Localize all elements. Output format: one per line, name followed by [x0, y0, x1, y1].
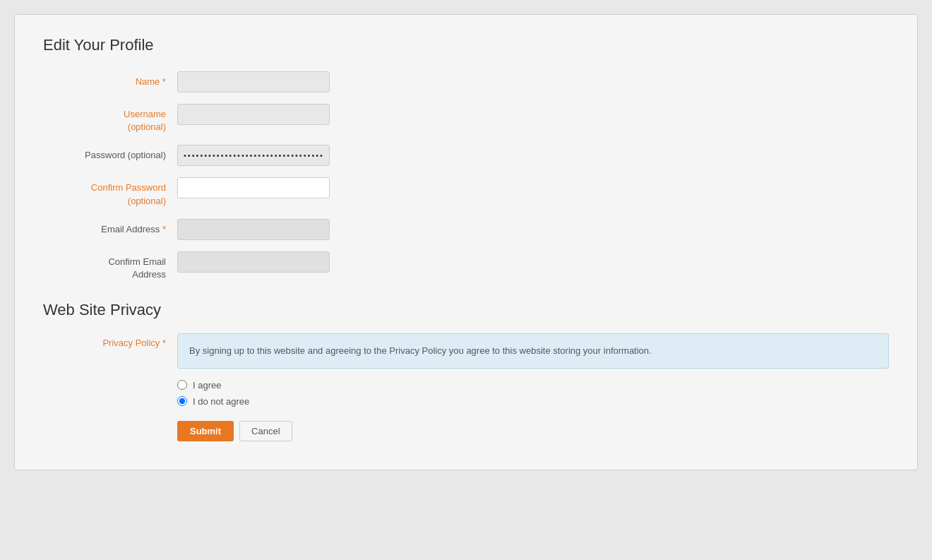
name-row: Name * — [43, 71, 889, 93]
confirm-email-label: Confirm Email Address — [43, 251, 177, 281]
name-input[interactable] — [177, 71, 330, 93]
confirm-email-input[interactable] — [177, 251, 330, 273]
email-row: Email Address * — [43, 219, 889, 240]
name-label: Name * — [43, 71, 177, 88]
agree-radio[interactable] — [177, 380, 187, 390]
privacy-radio-group: I agree I do not agree — [177, 380, 889, 407]
username-row: Username (optional) — [43, 104, 889, 133]
confirm-password-row: Confirm Password (optional) — [43, 177, 889, 207]
confirm-password-label: Confirm Password (optional) — [43, 177, 177, 207]
privacy-policy-row: Privacy Policy * By signing up to this w… — [43, 333, 889, 369]
email-label: Email Address * — [43, 219, 177, 236]
confirm-email-row: Confirm Email Address — [43, 251, 889, 281]
privacy-section-title: Web Site Privacy — [43, 301, 889, 319]
profile-form-section: Name * Username (optional) Password (opt… — [43, 71, 889, 281]
edit-profile-card: Edit Your Profile Name * Username (optio… — [14, 14, 918, 470]
username-label: Username (optional) — [43, 104, 177, 133]
disagree-radio[interactable] — [177, 396, 187, 406]
button-row: Submit Cancel — [177, 421, 889, 441]
confirm-password-input[interactable] — [177, 177, 330, 198]
password-row: Password (optional) — [43, 145, 889, 166]
disagree-radio-item: I do not agree — [177, 396, 889, 407]
submit-button[interactable]: Submit — [177, 421, 234, 441]
email-input[interactable] — [177, 219, 330, 240]
disagree-label[interactable]: I do not agree — [193, 396, 249, 407]
cancel-button[interactable]: Cancel — [239, 421, 292, 441]
password-label: Password (optional) — [43, 145, 177, 162]
password-input[interactable] — [177, 145, 330, 166]
agree-radio-item: I agree — [177, 380, 889, 391]
page-title: Edit Your Profile — [43, 36, 889, 54]
privacy-policy-label: Privacy Policy * — [43, 333, 177, 348]
username-input[interactable] — [177, 104, 330, 125]
privacy-policy-text: By signing up to this website and agreei… — [177, 333, 889, 369]
agree-label[interactable]: I agree — [193, 380, 221, 391]
